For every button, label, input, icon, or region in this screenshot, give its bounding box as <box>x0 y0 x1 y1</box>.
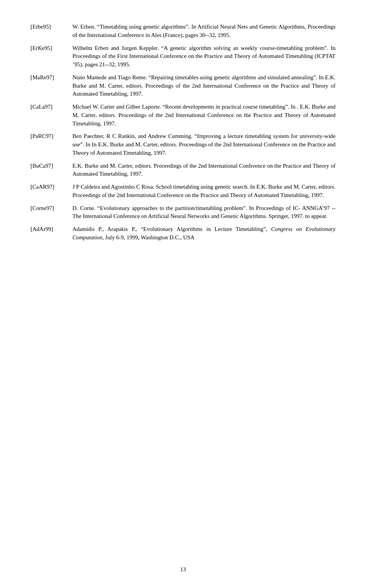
ref-text: W. Erben. “Timetabling using genetic alg… <box>72 23 336 40</box>
ref-key: [Erbe95] <box>30 23 72 40</box>
ref-text: Ben Paechter, R C Rankin, and Andrew Cum… <box>72 132 336 157</box>
reference-entry: [ErKe95]Wilhelm Erben and Jurgen Keppler… <box>30 44 336 69</box>
ref-key: [AdAr99] <box>30 225 72 242</box>
ref-key: [CaLa97] <box>30 103 72 128</box>
ref-text: Nuno Mamede and Tiago Rente. “Repairing … <box>72 74 336 98</box>
ref-key: [CaAR97] <box>30 183 72 200</box>
reference-entry: [PaRC97]Ben Paechter, R C Rankin, and An… <box>30 132 336 157</box>
ref-key: [Corne97] <box>30 204 72 221</box>
ref-text: J P Caldeira and Agostinho C Rosa. Schoo… <box>72 183 336 200</box>
ref-text: E.K. Burke and M. Carter, editors. Proce… <box>72 162 336 179</box>
reference-entry: [Corne97]D. Corne. “Evolutionary approac… <box>30 204 336 221</box>
reference-entry: [CaLa97]Michael W. Carter and Gilber Lap… <box>30 103 336 128</box>
ref-key: [PaRC97] <box>30 132 72 157</box>
ref-key: [MaRe97] <box>30 74 72 98</box>
ref-key: [ErKe95] <box>30 44 72 69</box>
page-number: 13 <box>0 566 366 573</box>
ref-text: Michael W. Carter and Gilber Laporte. “R… <box>72 103 336 128</box>
ref-text: Adamidis P., Arapakis P., “Evolutionary … <box>72 225 336 242</box>
ref-text: D. Corne. “Evolutionary approaches to th… <box>72 204 336 221</box>
ref-text: Wilhelm Erben and Jurgen Keppler. “A gen… <box>72 44 336 69</box>
reference-entry: [AdAr99]Adamidis P., Arapakis P., “Evolu… <box>30 225 336 242</box>
page: [Erbe95]W. Erben. “Timetabling using gen… <box>0 0 366 588</box>
reference-entry: [BuCa97]E.K. Burke and M. Carter, editor… <box>30 162 336 179</box>
reference-entry: [CaAR97]J P Caldeira and Agostinho C Ros… <box>30 183 336 200</box>
reference-entry: [MaRe97]Nuno Mamede and Tiago Rente. “Re… <box>30 74 336 98</box>
ref-key: [BuCa97] <box>30 162 72 179</box>
references-list: [Erbe95]W. Erben. “Timetabling using gen… <box>30 23 336 247</box>
reference-entry: [Erbe95]W. Erben. “Timetabling using gen… <box>30 23 336 40</box>
